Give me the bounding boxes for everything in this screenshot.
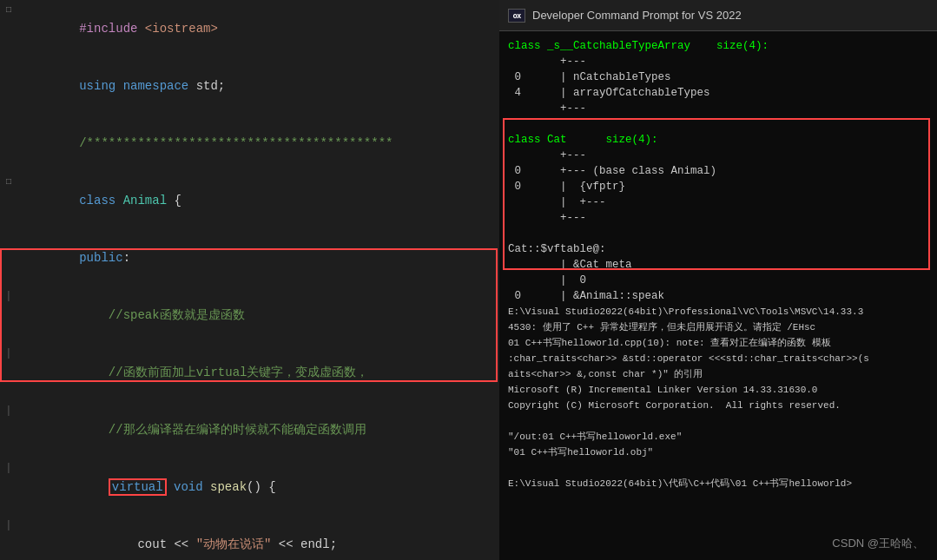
line-content-5: public: (17, 229, 499, 287)
cmd-line-15: | &Cat_meta (508, 257, 928, 273)
line-content-10: cout << "动物在说话" << endl; (17, 516, 499, 560)
cmd-line-18: E:\Visual Studio2022(64bit)\Professional… (508, 304, 928, 320)
code-line-5: public: (0, 229, 499, 287)
line-content-3: /***************************************… (17, 115, 499, 172)
cmd-line-16: | 0 (508, 273, 928, 288)
cmd-line-17: 0 | &Animal::speak (508, 288, 928, 304)
cmd-line-23: Microsoft (R) Incremental Linker Version… (508, 382, 928, 398)
line-content-2: using namespace std; (17, 57, 499, 115)
gutter-6: | (0, 287, 17, 306)
line-content-7: //函数前面加上virtual关键字，变成虚函数， (17, 344, 499, 401)
cmd-line-29: E:\Visual Studio2022(64bit)\代码\C++代码\01 … (508, 476, 928, 491)
cmd-line-6 (508, 116, 928, 132)
line-content-4: class Animal { (17, 172, 499, 229)
cmd-line-28 (508, 460, 928, 476)
code-line-8: | //那么编译器在编译的时候就不能确定函数调用 (0, 401, 499, 458)
code-line-2: using namespace std; (0, 57, 499, 115)
cmd-titlebar: ox Developer Command Prompt for VS 2022 (499, 0, 937, 31)
cmd-line-10: 0 | {vfptr} (508, 179, 928, 194)
cmd-line-21: :char_traits<char>> &std::operator <<<st… (508, 351, 928, 366)
cmd-output: class _s__CatchableTypeArray size(4): +-… (508, 38, 928, 491)
cmd-line-3: 0 | nCatchableTypes (508, 69, 928, 85)
code-line-9: | virtual void speak() { (0, 458, 499, 516)
gutter-4: □ (0, 172, 17, 192)
code-line-7: | //函数前面加上virtual关键字，变成虚函数， (0, 344, 499, 401)
cmd-line-8: +--- (508, 148, 928, 163)
cmd-line-24: Copyright (C) Microsoft Corporation. All… (508, 398, 928, 413)
line-content-8: //那么编译器在编译的时候就不能确定函数调用 (17, 401, 499, 458)
cmd-line-27: "01 C++书写helloworld.obj" (508, 445, 928, 460)
cmd-line-14: Cat::$vftable@: (508, 241, 928, 257)
cmd-line-20: 01 C++书写helloworld.cpp(10): note: 查看对正在编… (508, 335, 928, 351)
gutter-1: □ (0, 0, 17, 20)
code-line-10: | cout << "动物在说话" << endl; (0, 516, 499, 560)
virtual-keyword-box: virtual (109, 478, 167, 496)
cmd-line-5: +--- (508, 101, 928, 116)
code-line-1: □ #include <iostream> (0, 0, 499, 57)
cmd-line-26: "/out:01 C++书写helloworld.exe" (508, 429, 928, 445)
code-line-3: /***************************************… (0, 115, 499, 172)
gutter-8: | (0, 401, 17, 420)
cmd-title-text: Developer Command Prompt for VS 2022 (532, 9, 742, 22)
line-content-6: //speak函数就是虚函数 (17, 287, 499, 344)
line-content-9: virtual void speak() { (17, 458, 499, 516)
cmd-line-4: 4 | arrayOfCatchableTypes (508, 85, 928, 101)
cmd-icon: ox (508, 9, 525, 23)
code-line-6: | //speak函数就是虚函数 (0, 287, 499, 344)
cmd-content: class _s__CatchableTypeArray size(4): +-… (499, 31, 937, 560)
cmd-line-11: | +--- (508, 194, 928, 210)
code-line-4: □ class Animal { (0, 172, 499, 229)
cmd-line-7: class Cat size(4): (508, 132, 928, 148)
cmd-line-1: class _s__CatchableTypeArray size(4): (508, 38, 928, 54)
cmd-line-25 (508, 413, 928, 429)
cmd-line-9: 0 +--- (base class Animal) (508, 163, 928, 179)
cmd-line-12: +--- (508, 210, 928, 226)
gutter-7: | (0, 344, 17, 363)
cmd-line-13 (508, 226, 928, 241)
cmd-line-2: +--- (508, 54, 928, 69)
code-editor: □ #include <iostream> using namespace st… (0, 0, 499, 560)
cmd-line-22: aits<char>> &,const char *)" 的引用 (508, 366, 928, 382)
cmd-panel: ox Developer Command Prompt for VS 2022 … (499, 0, 937, 560)
gutter-10: | (0, 516, 17, 535)
watermark: CSDN @王哈哈、 (832, 536, 924, 551)
cmd-line-19: 4530: 使用了 C++ 异常处理程序，但未启用展开语义。请指定 /EHsc (508, 320, 928, 335)
line-content-1: #include <iostream> (17, 0, 499, 57)
gutter-9: | (0, 458, 17, 478)
